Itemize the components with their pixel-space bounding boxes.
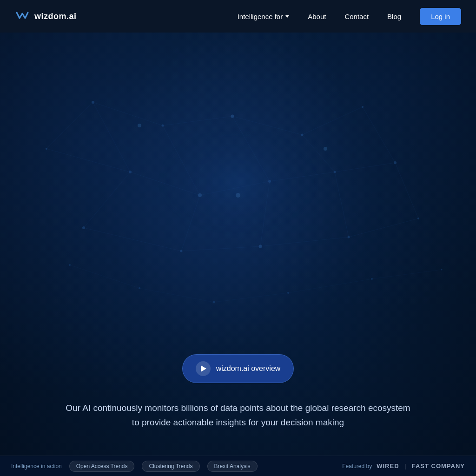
tagline-text: Our AI continuously monitors billions of… [37, 401, 439, 430]
svg-line-25 [139, 288, 214, 302]
svg-line-27 [288, 279, 372, 293]
svg-line-26 [214, 293, 288, 302]
navbar: wizdom.ai Intelligence for About Contact… [0, 0, 476, 33]
nav-contact[interactable]: Contact [344, 13, 369, 20]
featured-logos: WIRED | FAST COMPANY [377, 463, 465, 469]
featured-by-area: Featured by WIRED | FAST COMPANY [342, 463, 465, 469]
featured-by-label: Featured by [342, 463, 372, 469]
svg-line-24 [70, 265, 139, 288]
hero-section: wizdom.ai overview Our AI continuously m… [0, 0, 476, 476]
svg-point-44 [417, 218, 419, 219]
svg-point-39 [46, 148, 47, 150]
wired-logo: WIRED [377, 463, 399, 469]
login-button[interactable]: Log in [420, 8, 461, 25]
logo[interactable]: wizdom.ai [15, 9, 77, 24]
nav-about[interactable]: About [308, 13, 326, 20]
svg-point-46 [139, 287, 140, 289]
svg-point-50 [441, 269, 443, 271]
clustering-trends-pill[interactable]: Clustering Trends [142, 461, 199, 472]
play-triangle-icon [201, 365, 206, 372]
brexit-analysis-pill[interactable]: Brexit Analysis [207, 461, 258, 472]
logo-separator: | [405, 463, 406, 469]
network-visualization [0, 33, 476, 381]
svg-point-40 [82, 226, 85, 229]
overview-btn-label: wizdom.ai overview [216, 364, 281, 373]
hero-tagline: Our AI continuously monitors billions of… [0, 401, 476, 430]
dropdown-arrow-icon [285, 15, 289, 18]
nav-blog[interactable]: Blog [387, 13, 401, 20]
svg-point-45 [69, 264, 71, 266]
nav-links: Intelligence for About Contact Blog Log … [238, 8, 461, 25]
play-button-icon [196, 361, 211, 376]
nav-intelligence[interactable]: Intelligence for [238, 13, 290, 20]
svg-line-17 [395, 163, 418, 218]
logo-text: wizdom.ai [34, 12, 77, 21]
svg-line-12 [363, 107, 395, 163]
svg-point-49 [371, 278, 373, 280]
logo-icon [15, 9, 30, 24]
open-access-pill[interactable]: Open Access Trends [69, 461, 135, 472]
svg-point-47 [213, 301, 215, 304]
svg-point-54 [99, 98, 377, 284]
svg-point-38 [394, 161, 397, 164]
intelligence-in-action-label: Intelligence in action [11, 463, 62, 469]
bottom-bar: Intelligence in action Open Access Trend… [0, 456, 476, 476]
svg-point-33 [362, 106, 364, 108]
svg-point-48 [287, 292, 289, 294]
svg-point-29 [92, 101, 94, 104]
fast-company-logo: FAST COMPANY [412, 463, 465, 469]
svg-line-28 [372, 270, 442, 279]
overview-button[interactable]: wizdom.ai overview [182, 354, 294, 383]
svg-line-18 [46, 102, 93, 149]
